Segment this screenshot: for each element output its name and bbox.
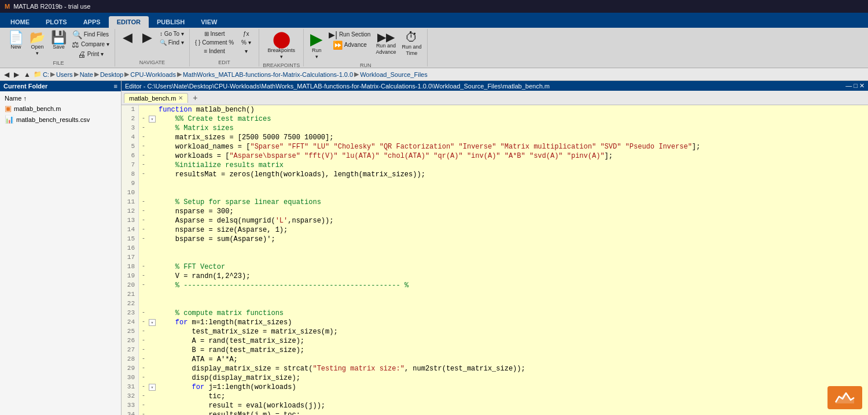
line-content[interactable]: B = rand(test_matrix_size);	[156, 346, 868, 355]
line-content[interactable]	[156, 299, 868, 309]
ribbon-tab-apps[interactable]: APPS	[75, 16, 109, 28]
line-content[interactable]: result = eval(workloads(j));	[156, 401, 868, 410]
find-files-button[interactable]: 🔍 Find Files	[70, 30, 111, 39]
line-number: 4	[122, 133, 139, 142]
code-editor[interactable]: 1function matlab_bench()2-▾ %% Create te…	[122, 105, 868, 415]
line-content[interactable]: resultsMat(j,m) = toc;	[156, 410, 868, 415]
line-content[interactable]: % Setup for sparse linear equations	[156, 198, 868, 207]
line-content[interactable]: function matlab_bench()	[156, 105, 868, 114]
nav-forward-button[interactable]: ▶	[12, 70, 21, 79]
line-content[interactable]: V = randn(1,2^23);	[156, 272, 868, 281]
line-content[interactable]: workload_names = ["Sparse" "FFT" "LU" "C…	[156, 142, 868, 151]
forward-icon: ▶	[142, 31, 152, 44]
file-list-header: Name ↑	[2, 94, 119, 103]
bc-part7[interactable]: Workload_Source_Files	[360, 71, 428, 78]
ribbon-tab-editor[interactable]: EDITOR	[109, 16, 149, 28]
new-icon: 📄	[8, 31, 24, 44]
line-content[interactable]	[156, 253, 868, 262]
goto-button[interactable]: ↕ Go To ▾	[158, 30, 186, 38]
line-content[interactable]: %% Create test matrices	[156, 114, 868, 124]
edit-btn2[interactable]: % ▾	[237, 39, 255, 47]
line-content[interactable]	[156, 188, 868, 198]
new-tab-button[interactable]: +	[189, 92, 201, 103]
file-item-matlab-bench[interactable]: ▣ matlab_bench.m	[2, 103, 119, 114]
line-number: 20	[122, 281, 139, 290]
line-content[interactable]	[156, 244, 868, 253]
ribbon-tab-publish[interactable]: PUBLISH	[149, 16, 193, 28]
open-button[interactable]: 📂 Open ▾	[27, 30, 47, 58]
nav-up-button[interactable]: ▲	[22, 70, 32, 79]
ribbon-tab-home[interactable]: HOME	[2, 16, 38, 28]
line-content[interactable]: % --------------------------------------…	[156, 281, 868, 290]
line-content[interactable]: %initialize results matrix	[156, 161, 868, 170]
new-button[interactable]: 📄 New	[6, 30, 26, 51]
bc-part6[interactable]: MathWorks_MATLAB-functions-for-Matrix-Ca…	[183, 71, 353, 78]
line-content[interactable]: A = rand(test_matrix_size);	[156, 336, 868, 346]
ribbon-group-breakpoints: ⬤ Breakpoints ▾ BREAKPOINTS	[259, 29, 304, 66]
line-content[interactable]: Asparse = delsq(numgrid('L',nsparse));	[156, 216, 868, 225]
file-item-results-csv[interactable]: 📊 matlab_bench_results.csv	[2, 114, 119, 125]
fold-indicator[interactable]: ▾	[148, 383, 156, 392]
run-group-label: RUN	[360, 62, 372, 68]
line-content[interactable]: for j=1:length(workloads)	[156, 383, 868, 392]
line-marker: -	[139, 327, 148, 336]
editor-tab-matlab-bench[interactable]: matlab_bench.m ✕	[124, 93, 188, 103]
current-folder-menu-icon[interactable]: ≡	[114, 83, 117, 90]
fx-button[interactable]: ƒx	[237, 30, 255, 38]
line-content[interactable]: display_matrix_size = strcat("Testing ma…	[156, 364, 868, 373]
run-advance-button[interactable]: ▶▶ Run and Advance	[373, 30, 398, 57]
nav-back-button[interactable]: ◀	[2, 70, 11, 79]
bc-part5[interactable]: CPU-Workloads	[130, 71, 176, 78]
forward-button[interactable]: ▶	[138, 30, 157, 45]
tab-close-matlab-bench[interactable]: ✕	[178, 95, 183, 101]
breakpoints-group-inner: ⬤ Breakpoints ▾	[265, 30, 297, 61]
run-button[interactable]: ▶ Run ▾	[307, 30, 326, 61]
compare-button[interactable]: ⚖ Compare ▾	[70, 40, 111, 49]
line-content[interactable]: workloads = ["Asparse\bsparse" "fft(V)" …	[156, 151, 868, 161]
insert-button[interactable]: ⊞ Insert	[193, 30, 236, 38]
print-button[interactable]: 🖨 Print ▾	[70, 50, 111, 59]
line-content[interactable]: test_matrix_size = matrix_sizes(m);	[156, 327, 868, 336]
line-content[interactable]: disp(display_matrix_size);	[156, 373, 868, 383]
code-line: 1function matlab_bench()	[122, 105, 868, 114]
bc-part3[interactable]: Nate	[80, 71, 93, 78]
line-content[interactable]: % Matrix sizes	[156, 124, 868, 133]
breakpoints-button[interactable]: ⬤ Breakpoints ▾	[265, 30, 297, 61]
line-content[interactable]: % compute matrix functions	[156, 309, 868, 318]
code-line: 14- nsparse = size(Asparse, 1);	[122, 225, 868, 235]
line-content[interactable]: bsparse = sum(Asparse)';	[156, 235, 868, 244]
code-line: 19- V = randn(1,2^23);	[122, 272, 868, 281]
save-button[interactable]: 💾 Save	[49, 30, 69, 51]
ribbon-tab-view[interactable]: VIEW	[193, 16, 225, 28]
fold-indicator[interactable]: ▾	[148, 114, 156, 124]
line-number: 27	[122, 346, 139, 355]
ribbon-tab-plots[interactable]: PLOTS	[38, 16, 75, 28]
line-content[interactable]: tic;	[156, 392, 868, 401]
bc-part4[interactable]: Desktop	[100, 71, 123, 78]
fold-indicator[interactable]: ▾	[148, 318, 156, 327]
indent-button[interactable]: ≡ Indent	[193, 47, 236, 55]
line-content[interactable]: matrix_sizes = [2500 5000 7500 10000];	[156, 133, 868, 142]
back-button[interactable]: ◀	[119, 30, 137, 45]
edit-btn3[interactable]: ▾	[237, 47, 255, 55]
editor-titlebar: Editor - C:\Users\Nate\Desktop\CPU-Workl…	[122, 81, 868, 91]
comment-button[interactable]: { } Comment %	[193, 39, 236, 47]
line-content[interactable]	[156, 290, 868, 299]
run-section-button[interactable]: ▶| Run Section	[327, 30, 372, 39]
line-content[interactable]	[156, 179, 868, 188]
insert-label: ⊞ Insert	[204, 31, 225, 38]
fold-indicator	[148, 373, 156, 383]
line-number: 6	[122, 151, 139, 161]
line-content[interactable]: for m=1:length(matrix_sizes)	[156, 318, 868, 327]
advance-button[interactable]: ⏩ Advance	[327, 40, 372, 50]
line-content[interactable]: resultsMat = zeros(length(workloads), le…	[156, 170, 868, 179]
find-button[interactable]: 🔍 Find ▾	[158, 39, 186, 47]
run-time-button[interactable]: ⏱ Run and Time	[399, 30, 424, 58]
line-content[interactable]: % FFT Vector	[156, 262, 868, 272]
line-content[interactable]: nsparse = size(Asparse, 1);	[156, 225, 868, 235]
line-content[interactable]: nsparse = 300;	[156, 207, 868, 216]
line-number: 29	[122, 364, 139, 373]
line-content[interactable]: ATA = A'*A;	[156, 355, 868, 364]
bc-part2[interactable]: Users	[56, 71, 73, 78]
bc-part1[interactable]: C:	[43, 71, 49, 78]
